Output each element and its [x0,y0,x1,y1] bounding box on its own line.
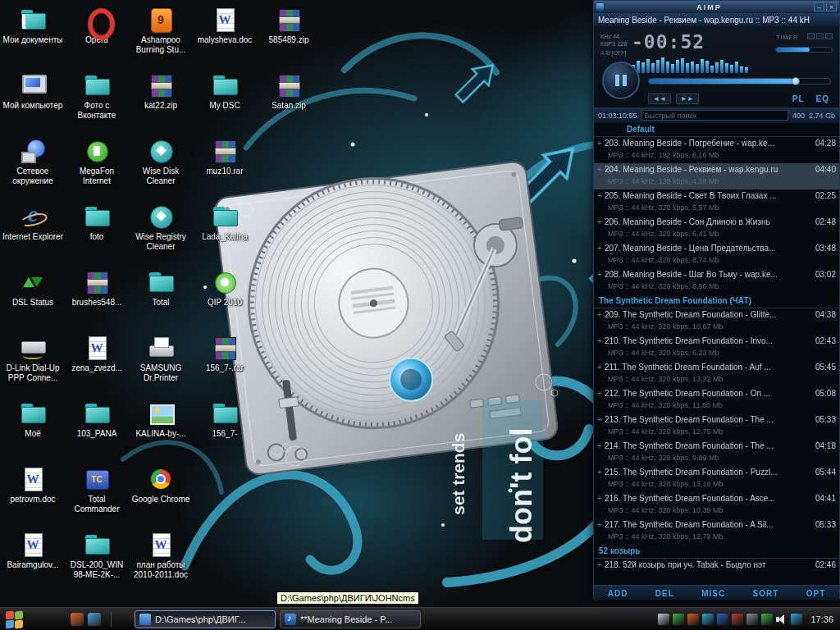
desktop-icon[interactable]: muz10.rar [194,138,256,176]
playlist-track[interactable]: +217. The Synthetic Dream Foundation - A… [594,518,839,545]
desktop-icon[interactable]: 156_7- [194,400,256,439]
tray-icon[interactable] [687,614,699,625]
desktop-icon[interactable]: Lada_Kalina [194,203,256,242]
desktop-icon[interactable]: DSL-200_WIN 98-ME-2K-... [66,532,128,580]
quick-launch-icon[interactable] [71,613,84,626]
desktop-icon[interactable]: 103_PANA [66,400,128,439]
tray-icon[interactable] [791,614,802,625]
tray-icon[interactable] [746,614,758,625]
desktop-icon[interactable]: brushes548... [66,269,128,308]
desktop-icon[interactable]: Мой компьютер [2,72,64,111]
desktop-icon[interactable]: план работы 2010-2011.doc [130,532,192,580]
quick-launch-icon[interactable] [88,613,101,626]
playlist-toolbar-opt-button[interactable]: OPT [806,589,826,598]
playlist-toggle[interactable]: PL [789,94,808,103]
playlist-track[interactable]: +204. Meaning Beside - Реквием - wap.ken… [594,163,839,189]
volume-tray-icon[interactable] [776,614,788,625]
desktop-icon[interactable]: Wise Registry Cleaner [130,203,192,252]
desktop-icon[interactable]: Total Commander [66,466,128,514]
playlist-track[interactable]: +212. The Synthetic Dream Foundation - O… [594,387,839,413]
search-input[interactable] [641,110,788,121]
playlist-group-header[interactable]: 52 козырь [594,545,839,559]
playlist-group-header[interactable]: The Synthetic Dream Foundation (ЧАТ) [594,294,839,308]
tray-icon[interactable] [702,614,714,625]
playlist-track[interactable]: +218. 52й козырь при уч. Tabak - Быдло н… [594,559,839,585]
start-button[interactable] [6,610,25,628]
playlist-track[interactable]: +211. The Synthetic Dream Foundation - A… [594,361,839,387]
playlist-track[interactable]: +214. The Synthetic Dream Foundation - T… [594,440,839,466]
playlist-track[interactable]: +205. Meaning Beside - Свет В Твоих Глаз… [594,189,839,216]
expand-marker[interactable]: + [597,387,605,400]
desktop-icon[interactable]: MegaFon Internet [66,138,128,186]
playlist-track[interactable]: +215. The Synthetic Dream Foundation - P… [594,466,839,492]
desktop-icon[interactable]: QIP 2010 [194,269,256,308]
desktop-icon[interactable]: 156_7-.rar [194,335,256,373]
next-button[interactable]: ►► [676,94,699,104]
desktop-icon[interactable]: kat22.zip [130,72,192,111]
desktop-icon[interactable]: DSL Status [2,269,64,308]
expand-marker[interactable]: + [597,216,605,229]
playlist-track[interactable]: +210. The Synthetic Dream Foundation - I… [594,335,839,361]
playlist-track[interactable]: +207. Meaning Beside - Цена Предательств… [594,242,839,268]
expand-marker[interactable]: + [597,440,605,453]
desktop-icon[interactable]: Моё [2,400,64,439]
playlist-track[interactable]: +208. Meaning Beside - Шаг Во Тьму - wap… [594,268,839,294]
pause-button[interactable] [602,62,640,99]
tray-icon[interactable] [717,614,728,625]
playlist-track[interactable]: +206. Meaning Beside - Сон Длиною в Жизн… [594,216,839,242]
timer-buttons[interactable] [807,33,833,39]
aimp-titlebar[interactable]: AIMP – × [594,1,839,13]
equalizer-toggle[interactable]: EQ [813,94,833,103]
tray-icon[interactable] [673,614,684,625]
expand-marker[interactable]: + [597,518,605,532]
desktop-icon[interactable]: petrovm.doc [2,466,64,504]
desktop-icon[interactable]: Internet Explorer [2,203,64,242]
expand-marker[interactable]: + [597,268,605,281]
playlist-track[interactable]: +209. The Synthetic Dream Foundation - G… [594,308,839,335]
expand-marker[interactable]: + [597,163,605,176]
playlist-track[interactable]: +203. Meaning Beside - Погребение - wap.… [594,137,839,163]
desktop-icon[interactable]: malysheva.doc [194,7,256,45]
desktop-icon[interactable]: Мои документы [2,7,64,45]
taskbar-task-button[interactable]: D:\Games\php\ДВИГ... [135,610,276,628]
desktop-icon[interactable]: Ashampoo Burning Stu... [130,7,192,55]
desktop-icon[interactable]: zena_zvezd... [66,335,128,373]
desktop-icon[interactable]: Сетевое окружение [2,138,64,186]
desktop-icon[interactable]: Satan.zip [258,72,320,111]
playlist-toolbar-del-button[interactable]: DEL [655,589,674,598]
taskbar-task-button[interactable]: **Meaning Beside - P... [280,610,421,628]
desktop-icon[interactable]: KALINA-by-... [130,400,192,439]
playlist-toolbar-misc-button[interactable]: MISC [701,589,725,598]
minimize-button[interactable]: – [814,2,824,11]
desktop-icon[interactable]: SAMSUNG Dr.Printer [130,335,192,383]
expand-marker[interactable]: + [597,492,605,505]
tray-icon[interactable] [658,614,669,625]
playlist-track[interactable]: +213. The Synthetic Dream Foundation - T… [594,413,839,440]
desktop-icon[interactable]: Opera [66,7,128,45]
playlist-track[interactable]: +216. The Synthetic Dream Foundation - A… [594,492,839,518]
desktop-icon[interactable]: Bairamgulov... [2,532,64,570]
playlist-group-header[interactable]: Default [594,123,839,137]
tray-icon[interactable] [761,614,773,625]
desktop-icon[interactable]: D-Link Dial-Up PPP Conne... [2,335,64,383]
desktop-icon[interactable]: Wise Disk Cleaner [130,138,192,186]
desktop-icon[interactable]: Google Chrome [130,466,192,504]
expand-marker[interactable]: + [597,242,605,255]
volume-slider[interactable] [775,47,833,52]
desktop-icon[interactable]: My DSC [194,72,256,111]
desktop-icon[interactable]: 585489.zip [258,7,320,45]
desktop-icon[interactable]: Total [130,269,192,308]
desktop-icon[interactable]: foto [66,203,128,242]
expand-marker[interactable]: + [597,413,605,427]
taskbar-clock[interactable]: 17:36 [810,614,833,624]
tray-icon[interactable] [732,614,743,625]
seek-thumb[interactable] [792,77,800,85]
prev-button[interactable]: ◄◄ [648,94,671,104]
expand-marker[interactable]: + [597,189,605,203]
close-button[interactable]: × [826,2,837,11]
expand-marker[interactable]: + [597,559,605,572]
expand-marker[interactable]: + [597,335,605,348]
expand-marker[interactable]: + [597,361,605,374]
expand-marker[interactable]: + [597,308,605,322]
seek-bar[interactable] [648,78,831,84]
